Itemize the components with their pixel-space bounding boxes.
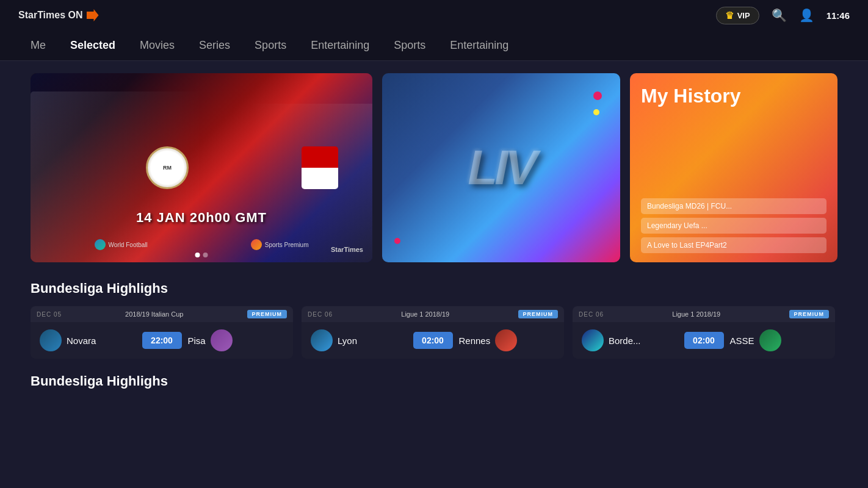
- vip-label: VIP: [737, 11, 750, 20]
- match-card-1[interactable]: DEC 05 2018/19 Italian Cup PREMIUM Novar…: [31, 306, 293, 359]
- card-2-body: Lyon 02:00 Rennes: [302, 322, 564, 359]
- card-3-league: Ligue 1 2018/19: [672, 310, 720, 318]
- topbar-right: ♛ VIP 🔍 👤 11:46: [716, 7, 850, 24]
- card-2-time: 02:00: [413, 332, 453, 349]
- card-3-time: 02:00: [684, 332, 724, 349]
- card-3-premium-badge: PREMIUM: [789, 310, 830, 318]
- world-football-label: World Football: [109, 242, 148, 248]
- section-2-title: Bundesliga Highlighs: [31, 373, 837, 389]
- match-card-3[interactable]: DEC 06 Ligue 1 2018/19 PREMIUM Borde... …: [573, 306, 835, 359]
- card-2-team2-name: Rennes: [459, 336, 491, 346]
- card-3-team1-badge: [582, 329, 604, 351]
- liv-decorative-dots: [593, 92, 602, 115]
- card-1-team-left: Novara: [40, 329, 136, 351]
- logo-arrow-icon: [87, 9, 99, 21]
- dot-1: [195, 253, 200, 257]
- athletic-club-logo: [302, 146, 338, 189]
- sports-premium-logo: Sports Premium: [251, 239, 309, 250]
- card-1-team2-badge: [211, 329, 233, 351]
- hero-section: RM 14 JAN 20h00 GMT World Football Sport…: [31, 73, 837, 262]
- card-1-header: DEC 05 2018/19 Italian Cup PREMIUM: [31, 306, 293, 322]
- world-football-logo: World Football: [95, 239, 148, 250]
- logo: StarTimes ON: [18, 9, 99, 21]
- card-3-date: DEC 06: [579, 311, 604, 318]
- crown-icon: ♛: [725, 10, 734, 21]
- sports-premium-label: Sports Premium: [265, 242, 309, 248]
- card-1-team1-badge: [40, 329, 62, 351]
- liv-banner[interactable]: LIV: [382, 73, 620, 262]
- main-content: RM 14 JAN 20h00 GMT World Football Sport…: [0, 61, 868, 411]
- card-1-league: 2018/19 Italian Cup: [125, 310, 183, 318]
- card-1-date: DEC 05: [37, 311, 62, 318]
- bottom-pink-dot: [394, 238, 400, 244]
- banner-pagination-dots: [195, 253, 208, 257]
- liv-label: LIV: [468, 140, 534, 196]
- card-3-team1-name: Borde...: [609, 336, 641, 346]
- topbar: StarTimes ON ♛ VIP 🔍 👤 11:46: [0, 0, 868, 30]
- nav-item-entertaining-2[interactable]: Entertaining: [450, 39, 508, 52]
- logo-text: StarTimes ON: [18, 10, 83, 21]
- card-2-team1-name: Lyon: [338, 336, 357, 346]
- card-2-team-right: Rennes: [459, 329, 555, 351]
- nav-bar: Me Selected Movies Series Sports Enterta…: [0, 30, 868, 61]
- liv-text-container: LIV: [382, 73, 620, 262]
- world-football-icon: [95, 239, 106, 250]
- card-2-team1-badge: [311, 329, 333, 351]
- nav-item-series[interactable]: Series: [199, 39, 230, 52]
- user-icon[interactable]: 👤: [799, 8, 814, 23]
- vip-badge[interactable]: ♛ VIP: [716, 7, 759, 24]
- card-1-time: 22:00: [142, 332, 182, 349]
- clock-display: 11:46: [826, 10, 850, 21]
- card-1-body: Novara 22:00 Pisa: [31, 322, 293, 359]
- nav-item-entertaining-1[interactable]: Entertaining: [311, 39, 369, 52]
- bundesliga-section-2: Bundesliga Highlighs: [31, 373, 837, 389]
- main-banner[interactable]: RM 14 JAN 20h00 GMT World Football Sport…: [31, 73, 372, 262]
- card-2-date: DEC 06: [308, 311, 333, 318]
- card-2-header: DEC 06 Ligue 1 2018/19 PREMIUM: [302, 306, 564, 322]
- card-1-team2-name: Pisa: [188, 336, 206, 346]
- card-3-team-right: ASSE: [730, 329, 826, 351]
- real-madrid-logo: RM: [146, 146, 189, 189]
- card-1-team1-name: Novara: [67, 336, 96, 346]
- match-cards-row-1: DEC 05 2018/19 Italian Cup PREMIUM Novar…: [31, 306, 837, 359]
- search-icon[interactable]: 🔍: [772, 8, 787, 23]
- history-item-2[interactable]: Legendary Uefa ...: [641, 218, 826, 234]
- bundesliga-section-1: Bundesliga Highlighs DEC 05 2018/19 Ital…: [31, 281, 837, 359]
- history-items-list: Bundesliga MD26 | FCU... Legendary Uefa …: [641, 198, 826, 253]
- card-2-premium-badge: PREMIUM: [518, 310, 559, 318]
- startimes-watermark: StarTimes: [331, 246, 363, 253]
- pink-dot: [593, 92, 602, 100]
- nav-item-sports-2[interactable]: Sports: [394, 39, 425, 52]
- card-3-team2-badge: [759, 329, 781, 351]
- nav-item-me[interactable]: Me: [31, 39, 46, 52]
- yellow-dot: [593, 109, 599, 115]
- match-date-text: 14 JAN 20h00 GMT: [136, 210, 267, 226]
- banner-sponsor-logos: World Football Sports Premium: [31, 239, 372, 250]
- history-item-1[interactable]: Bundesliga MD26 | FCU...: [641, 198, 826, 214]
- card-3-body: Borde... 02:00 ASSE: [573, 322, 835, 359]
- card-3-team-left: Borde...: [582, 329, 678, 351]
- dot-2: [203, 253, 208, 257]
- card-2-league: Ligue 1 2018/19: [401, 310, 449, 318]
- nav-item-movies[interactable]: Movies: [140, 39, 175, 52]
- my-history-panel[interactable]: My History Bundesliga MD26 | FCU... Lege…: [630, 73, 837, 262]
- card-2-team-left: Lyon: [311, 329, 407, 351]
- card-3-team2-name: ASSE: [730, 336, 754, 346]
- nav-item-sports-1[interactable]: Sports: [255, 39, 286, 52]
- nav-item-selected[interactable]: Selected: [70, 39, 115, 52]
- card-1-team-right: Pisa: [188, 329, 284, 351]
- section-1-title: Bundesliga Highlighs: [31, 281, 837, 296]
- match-card-2[interactable]: DEC 06 Ligue 1 2018/19 PREMIUM Lyon 02:0…: [302, 306, 564, 359]
- history-item-3[interactable]: A Love to Last EP4Part2: [641, 237, 826, 253]
- sports-premium-icon: [251, 239, 262, 250]
- card-2-team2-badge: [495, 329, 517, 351]
- card-1-premium-badge: PREMIUM: [247, 310, 288, 318]
- history-title: My History: [641, 85, 826, 107]
- card-3-header: DEC 06 Ligue 1 2018/19 PREMIUM: [573, 306, 835, 322]
